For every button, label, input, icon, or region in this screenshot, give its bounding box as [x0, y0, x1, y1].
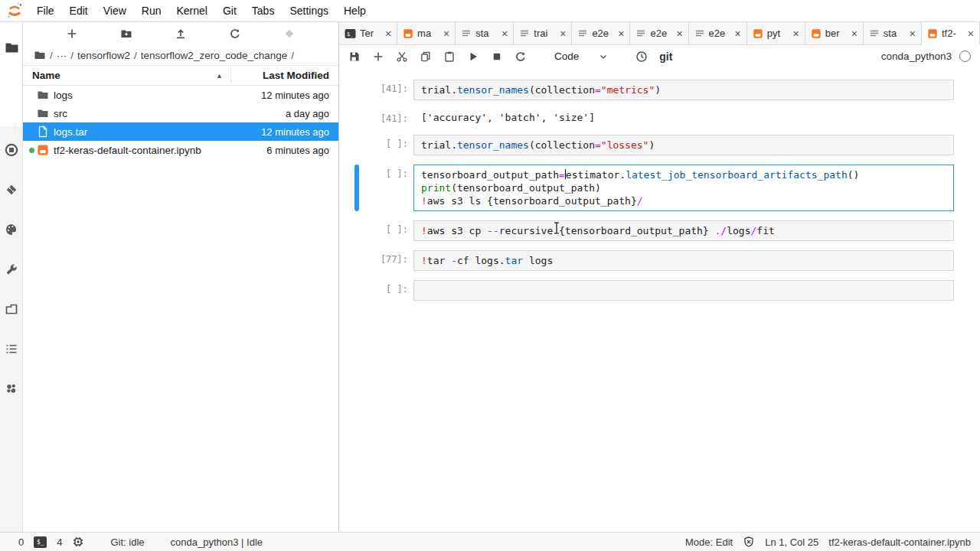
cell-prompt: [77]: — [365, 250, 408, 271]
notebook-icon — [37, 144, 54, 156]
breadcrumb-tensorflow2[interactable]: tensorflow2 — [77, 50, 130, 61]
cell-editor[interactable]: trial.tensor_names(collection="metrics") — [413, 80, 954, 100]
tab-sta-1[interactable]: sta × — [456, 22, 514, 44]
cut-icon[interactable] — [396, 51, 408, 63]
command-palette-icon[interactable] — [5, 223, 18, 236]
file-row-notebook[interactable]: tf2-keras-default-container.ipynb 6 minu… — [23, 141, 338, 159]
file-row-logs[interactable]: logs 12 minutes ago — [23, 86, 338, 104]
git-toolbar-button[interactable]: git — [659, 51, 672, 63]
running-sessions-icon[interactable] — [5, 143, 18, 157]
tab-e2e-1[interactable]: e2e × — [572, 22, 630, 44]
file-browser-icon[interactable] — [5, 41, 18, 54]
cell-editor[interactable]: !tar -cf logs.tar logs — [413, 250, 954, 271]
kernel-chip-icon — [72, 536, 84, 548]
breadcrumb-current-folder[interactable]: tensorflow2_zero_code_change — [141, 50, 287, 61]
cell-editor[interactable]: !aws s3 cp --recursive {tensorboard_outp… — [413, 220, 954, 241]
tab-terminal[interactable]: $_ Ter × — [339, 22, 397, 44]
run-icon[interactable] — [467, 51, 479, 63]
cursor-position[interactable]: Ln 1, Col 25 — [765, 536, 818, 548]
git-actions-icon[interactable] — [283, 28, 296, 40]
tab-trai[interactable]: trai × — [514, 22, 572, 44]
chevron-down-icon — [599, 52, 608, 61]
cell-collapser[interactable] — [354, 250, 359, 271]
cell-collapser[interactable] — [354, 280, 359, 301]
kernel-status-icon[interactable] — [959, 51, 971, 62]
file-row-logs-tar[interactable]: logs.tar 12 minutes ago — [23, 122, 338, 141]
menu-kernel[interactable]: Kernel — [168, 5, 214, 17]
copy-icon[interactable] — [420, 51, 432, 63]
cell-editor[interactable]: trial.tensor_names(collection="losses") — [413, 135, 954, 155]
name-column-header[interactable]: Name ▲ — [32, 70, 230, 81]
menu-file[interactable]: File — [29, 5, 62, 17]
close-icon[interactable]: × — [910, 28, 916, 39]
close-icon[interactable]: × — [560, 28, 566, 39]
restart-kernel-icon[interactable] — [514, 51, 527, 63]
add-cell-icon[interactable] — [372, 51, 384, 63]
file-icon — [869, 28, 880, 39]
tab-pyt[interactable]: pyt × — [747, 22, 805, 44]
menu-run[interactable]: Run — [134, 5, 169, 17]
save-icon[interactable] — [348, 51, 361, 63]
menu-settings[interactable]: Settings — [282, 5, 336, 17]
tab-ma[interactable]: ma × — [397, 22, 456, 44]
tab-tf2-active[interactable]: tf2- × — [922, 22, 980, 45]
menu-help[interactable]: Help — [336, 5, 374, 17]
cell-collapser[interactable] — [354, 109, 359, 126]
tab-e2e-2[interactable]: e2e × — [630, 22, 688, 44]
upload-icon[interactable] — [175, 28, 187, 40]
code-cell-2: [ ]: trial.tensor_names(collection="loss… — [339, 135, 980, 155]
close-icon[interactable]: × — [443, 28, 449, 39]
cell-type-select[interactable]: Code — [554, 51, 608, 62]
menu-view[interactable]: View — [96, 5, 134, 17]
close-icon[interactable]: × — [676, 28, 682, 39]
property-inspector-icon[interactable] — [5, 262, 18, 276]
refresh-icon[interactable] — [229, 28, 241, 40]
close-icon[interactable]: × — [385, 28, 391, 39]
cell-editor[interactable] — [413, 280, 954, 301]
new-folder-icon[interactable] — [120, 28, 132, 40]
tab-ber[interactable]: ber × — [805, 22, 864, 44]
menu-tabs[interactable]: Tabs — [244, 5, 283, 17]
cell-collapser[interactable] — [354, 220, 359, 241]
stop-icon[interactable] — [491, 51, 503, 63]
table-of-contents-icon[interactable] — [5, 342, 18, 356]
cell-collapser[interactable] — [354, 165, 359, 211]
clock-icon[interactable] — [635, 51, 648, 63]
kernel-count[interactable]: 4 — [57, 536, 62, 548]
file-icon — [37, 126, 54, 138]
file-icon — [635, 28, 646, 39]
tab-sta-2[interactable]: sta × — [864, 22, 922, 44]
cell-editor[interactable]: tensorboard_output_path=estimator.latest… — [413, 165, 954, 211]
home-folder-icon[interactable] — [34, 49, 46, 61]
kernel-name[interactable]: conda_python3 — [881, 51, 952, 62]
file-row-src[interactable]: src a day ago — [23, 104, 338, 122]
paste-icon[interactable] — [443, 51, 456, 63]
terminal-count[interactable]: 0 — [18, 536, 24, 548]
cell-collapser[interactable] — [354, 80, 359, 100]
git-icon[interactable] — [5, 183, 18, 197]
cell-collapser[interactable] — [354, 135, 359, 155]
file-icon — [577, 28, 588, 39]
trust-shield-icon[interactable] — [743, 536, 755, 548]
breadcrumb-ellipsis[interactable]: ··· — [57, 50, 67, 61]
notebook-icon — [811, 28, 822, 39]
open-tabs-icon[interactable] — [5, 302, 18, 316]
tab-e2e-3[interactable]: e2e × — [689, 22, 747, 44]
close-icon[interactable]: × — [734, 28, 740, 39]
modified-column-header[interactable]: Last Modified — [230, 67, 338, 84]
close-icon[interactable]: × — [968, 28, 974, 39]
extension-manager-icon[interactable] — [5, 382, 18, 396]
mode-indicator[interactable]: Mode: Edit — [685, 536, 733, 548]
kernel-status[interactable]: conda_python3 | Idle — [171, 536, 263, 548]
close-icon[interactable]: × — [851, 28, 858, 39]
git-status[interactable]: Git: idle — [110, 536, 144, 548]
main-dock-panel: $_ Ter × ma × sta × — [339, 22, 980, 533]
tab-label: pyt — [767, 28, 789, 39]
left-sidebar — [0, 22, 23, 533]
close-icon[interactable]: × — [501, 28, 508, 39]
close-icon[interactable]: × — [793, 28, 799, 39]
menu-git[interactable]: Git — [215, 5, 244, 17]
close-icon[interactable]: × — [618, 28, 624, 39]
menu-edit[interactable]: Edit — [62, 5, 96, 17]
new-launcher-icon[interactable] — [66, 28, 78, 40]
